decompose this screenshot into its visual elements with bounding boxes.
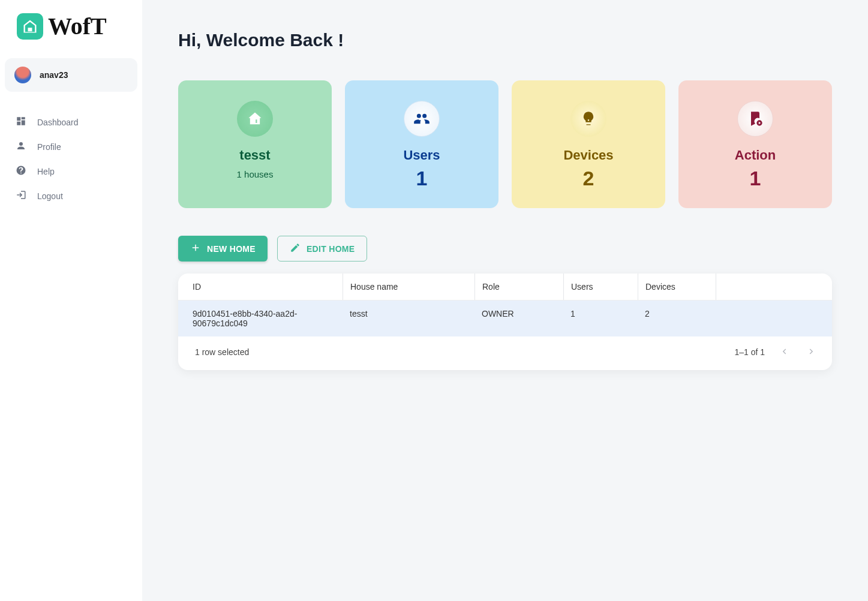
nav-list: Dashboard Profile Help Logout [5,110,137,208]
cell-house-name: tesst [343,300,474,336]
column-header-spacer [716,274,832,300]
chevron-left-icon [779,346,789,359]
help-icon [16,165,26,178]
bulb-icon [570,101,606,137]
stat-cards-row: tesst 1 houses Users 1 Devices 2 [178,80,832,208]
cell-devices: 2 [638,300,716,336]
users-icon [404,101,440,137]
sidebar-item-help[interactable]: Help [5,159,137,184]
stat-card-title: Users [351,148,492,163]
stat-card-devices[interactable]: Devices 2 [512,80,665,208]
page-title: Hi, Welcome Back ! [178,30,832,50]
button-label: Edit Home [307,244,355,254]
stat-card-value: 2 [518,167,659,190]
sidebar-item-profile[interactable]: Profile [5,134,137,159]
person-icon [16,140,26,153]
cell-spacer [716,300,832,336]
pagination: 1–1 of 1 [734,344,820,360]
avatar [14,67,31,83]
house-icon [237,101,273,137]
sidebar-item-label: Logout [37,191,63,201]
sidebar-item-label: Dashboard [37,118,79,127]
edit-home-button[interactable]: Edit Home [277,236,367,262]
stat-card-subtitle: 1 houses [184,169,326,179]
plus-icon [190,242,201,255]
action-buttons-row: New Home Edit Home [178,236,832,262]
stat-card-value: 1 [684,167,826,190]
user-name: anav23 [40,70,68,80]
table-row[interactable]: 9d010451-e8bb-4340-aa2d-90679c1dc049 tes… [178,300,832,336]
bookmark-play-icon [737,101,773,137]
stat-card-house[interactable]: tesst 1 houses [178,80,332,208]
dashboard-icon [16,116,26,128]
stat-card-title: Action [684,148,826,163]
stat-card-users[interactable]: Users 1 [345,80,498,208]
new-home-button[interactable]: New Home [178,236,268,262]
cell-role: OWNER [474,300,563,336]
sidebar-item-logout[interactable]: Logout [5,184,137,208]
brand-logo[interactable]: WofT [5,12,137,52]
stat-card-value: 1 [351,167,492,190]
selection-status: 1 row selected [195,347,249,357]
next-page-button[interactable] [803,344,820,360]
table-header-row: ID House name Role Users Devices [178,274,832,300]
cell-users: 1 [563,300,638,336]
table-footer: 1 row selected 1–1 of 1 [178,336,832,370]
stat-card-title: Devices [518,148,659,163]
column-header-house-name[interactable]: House name [343,274,474,300]
column-header-devices[interactable]: Devices [638,274,716,300]
stat-card-title: tesst [184,148,326,163]
cell-id: 9d010451-e8bb-4340-aa2d-90679c1dc049 [178,300,343,336]
pagination-range: 1–1 of 1 [734,347,765,357]
column-header-users[interactable]: Users [563,274,638,300]
pencil-icon [290,242,301,255]
user-card[interactable]: anav23 [5,58,137,92]
main-content: Hi, Welcome Back ! tesst 1 houses Users … [142,0,868,601]
brand-name: WofT [48,12,107,40]
houses-table: ID House name Role Users Devices 9d01045… [178,274,832,370]
column-header-role[interactable]: Role [474,274,563,300]
sidebar: WofT anav23 Dashboard Profile [0,0,142,601]
logout-icon [16,190,26,202]
column-header-id[interactable]: ID [178,274,343,300]
sidebar-item-label: Help [37,167,55,176]
button-label: New Home [207,244,256,254]
stat-card-action[interactable]: Action 1 [678,80,832,208]
chevron-right-icon [806,346,817,359]
prev-page-button[interactable] [776,344,792,360]
sidebar-item-label: Profile [37,142,61,152]
sidebar-item-dashboard[interactable]: Dashboard [5,110,137,134]
brand-icon [17,13,43,40]
